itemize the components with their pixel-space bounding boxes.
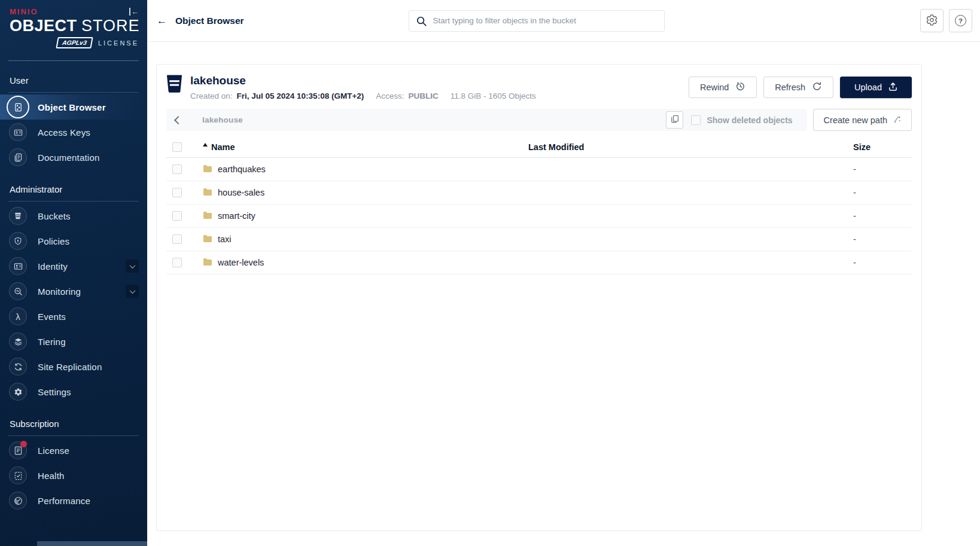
sidebar-item-label: Site Replication	[38, 362, 102, 372]
column-header-last-modified[interactable]: Last Modified	[528, 142, 853, 152]
copy-icon	[671, 115, 679, 125]
sidebar-item-object-browser[interactable]: Object Browser	[0, 94, 147, 120]
help-button[interactable]: ?	[949, 9, 972, 32]
sidebar-item-label: Monitoring	[38, 286, 81, 297]
object-browser-icon	[7, 96, 29, 118]
product-title-bold: OBJECT	[10, 17, 77, 35]
sidebar-item-identity[interactable]: Identity	[0, 254, 147, 279]
column-header-name[interactable]: Name	[201, 142, 528, 152]
sidebar-item-label: Documentation	[38, 152, 100, 163]
size-cell: -	[853, 234, 912, 244]
sidebar-item-buckets[interactable]: Buckets	[0, 203, 147, 228]
product-title-light: STORE	[81, 17, 140, 35]
back-arrow-icon[interactable]: ←	[157, 15, 167, 27]
sidebar-item-label: Performance	[38, 496, 90, 506]
chevron-down-icon[interactable]	[126, 260, 139, 273]
section-label-subscription: Subscription	[0, 404, 147, 435]
access-keys-icon	[9, 123, 27, 141]
bucket-panel: lakehouse Created on:Fri, Jul 05 2024 10…	[156, 64, 922, 531]
select-all-checkbox[interactable]	[172, 142, 182, 152]
show-deleted-toggle[interactable]: Show deleted objects	[691, 115, 792, 125]
size-cell: -	[853, 164, 912, 174]
top-bar: ← Object Browser ?	[147, 0, 980, 42]
section-label-user: User	[0, 61, 147, 92]
show-deleted-checkbox[interactable]	[691, 115, 701, 125]
current-path: lakehouse	[190, 115, 666, 124]
bucket-name: lakehouse	[190, 74, 536, 87]
folder-icon	[203, 164, 212, 175]
sidebar-item-performance[interactable]: Performance	[0, 488, 147, 513]
row-checkbox[interactable]	[172, 234, 182, 244]
search-input[interactable]	[409, 10, 665, 32]
upload-label: Upload	[854, 83, 882, 92]
sidebar-item-policies[interactable]: Policies	[0, 228, 147, 254]
tiering-icon	[9, 333, 27, 350]
buckets-icon	[9, 207, 27, 225]
column-header-size[interactable]: Size	[853, 142, 912, 152]
sidebar-item-events[interactable]: λ Events	[0, 304, 147, 329]
sidebar-item-health[interactable]: Health	[0, 463, 147, 488]
navigate-up-button[interactable]	[166, 109, 190, 131]
row-checkbox[interactable]	[172, 188, 182, 197]
table-row[interactable]: taxi -	[166, 228, 912, 251]
sidebar-item-documentation[interactable]: Documentation	[0, 145, 147, 170]
object-name[interactable]: house-sales	[218, 188, 264, 197]
access-label: Access:	[376, 91, 404, 100]
back-navigation[interactable]: ← Object Browser	[157, 15, 244, 27]
object-name[interactable]: water-levels	[218, 258, 264, 267]
health-icon	[9, 466, 27, 484]
bucket-header: lakehouse Created on:Fri, Jul 05 2024 10…	[166, 74, 912, 100]
site-replication-icon	[9, 358, 27, 376]
path-strip: lakehouse Show deleted objects	[166, 109, 807, 131]
row-checkbox[interactable]	[172, 258, 182, 267]
app-root: MINIO ← OBJECT STORE AGPLv3 LICENSE User…	[0, 0, 980, 546]
table-row[interactable]: house-sales -	[166, 181, 912, 205]
folder-icon	[203, 188, 212, 198]
sidebar-item-label: Tiering	[38, 337, 66, 347]
sidebar-item-settings[interactable]: Settings	[0, 379, 147, 404]
row-checkbox[interactable]	[172, 211, 182, 221]
sidebar-item-license[interactable]: License	[0, 438, 147, 463]
sidebar-item-label: Access Keys	[38, 127, 90, 138]
license-alert-dot	[20, 441, 27, 447]
sidebar-bottom-glow	[37, 541, 147, 546]
sidebar-item-access-keys[interactable]: Access Keys	[0, 120, 147, 145]
product-title: OBJECT STORE	[10, 17, 139, 35]
section-divider	[8, 201, 139, 202]
table-row[interactable]: water-levels -	[166, 251, 912, 274]
monitoring-icon	[9, 282, 27, 300]
chevron-left-icon	[174, 115, 182, 124]
rewind-label: Rewind	[700, 83, 729, 92]
policies-icon	[9, 232, 27, 250]
row-checkbox[interactable]	[172, 164, 182, 174]
size-cell: -	[853, 258, 912, 267]
sidebar-item-monitoring[interactable]: Monitoring	[0, 279, 147, 304]
copy-path-button[interactable]	[666, 111, 683, 129]
bucket-icon	[166, 74, 182, 100]
sidebar-item-label: License	[38, 446, 69, 456]
search-icon	[416, 16, 427, 29]
table-row[interactable]: earthquakes -	[166, 158, 912, 181]
sidebar: MINIO ← OBJECT STORE AGPLv3 LICENSE User…	[0, 0, 147, 546]
chevron-down-icon[interactable]	[126, 285, 139, 298]
sidebar-item-site-replication[interactable]: Site Replication	[0, 354, 147, 379]
sidebar-item-tiering[interactable]: Tiering	[0, 329, 147, 354]
object-name[interactable]: smart-city	[218, 211, 255, 221]
settings-button[interactable]	[920, 9, 944, 32]
refresh-button[interactable]: Refresh	[763, 77, 833, 98]
create-path-label: Create new path	[824, 115, 887, 125]
gear-icon	[926, 14, 938, 28]
documentation-icon	[9, 148, 27, 166]
rewind-button[interactable]: Rewind	[689, 77, 757, 98]
object-name[interactable]: taxi	[218, 234, 232, 244]
create-new-path-button[interactable]: Create new path	[813, 109, 912, 131]
sidebar-item-label: Buckets	[38, 211, 71, 221]
collapse-sidebar-icon[interactable]: ←	[129, 8, 139, 16]
object-name[interactable]: earthquakes	[218, 164, 266, 174]
upload-icon	[888, 82, 897, 93]
upload-button[interactable]: Upload	[840, 77, 912, 98]
table-row[interactable]: smart-city -	[166, 205, 912, 228]
refresh-label: Refresh	[775, 83, 805, 92]
content-area: lakehouse Created on:Fri, Jul 05 2024 10…	[147, 42, 980, 546]
access-value[interactable]: PUBLIC	[409, 91, 439, 100]
